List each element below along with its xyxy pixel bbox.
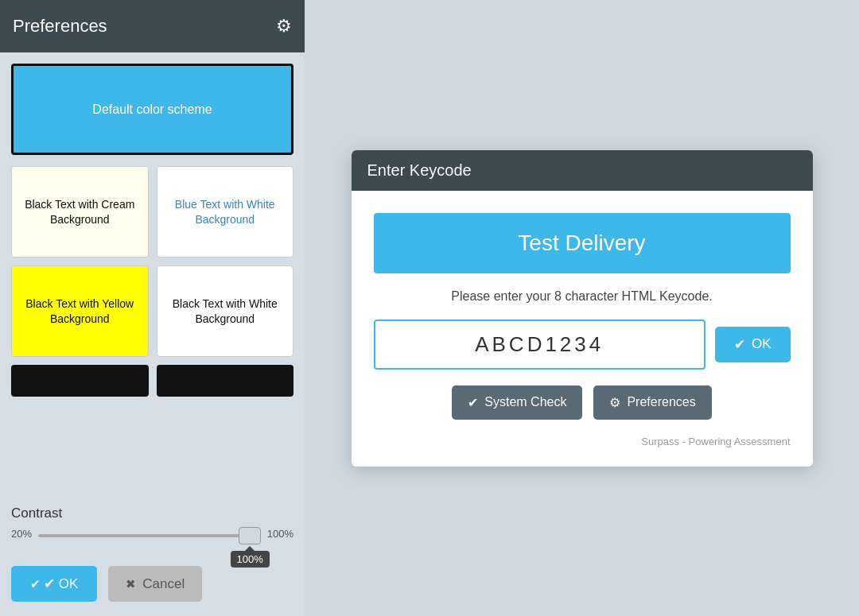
scheme-card-cream[interactable]: Black Text with Cream Background: [11, 166, 149, 258]
ok-label: ✔ OK: [44, 575, 78, 592]
contrast-label: Contrast: [11, 506, 293, 521]
scheme-label-yellow: Black Text with Yellow Background: [20, 296, 140, 325]
system-check-label: System Check: [484, 395, 566, 409]
cancel-label: Cancel: [142, 576, 185, 592]
modal-body: Test Delivery Please enter your 8 charac…: [352, 191, 813, 467]
scheme-label-white: Black Text with White Background: [165, 296, 286, 325]
contrast-section: Contrast 20% 100% 100%: [0, 506, 305, 552]
panel-content: Default color scheme Black Text with Cre…: [0, 52, 305, 506]
modal-overlay: Enter Keycode Test Delivery Please enter…: [305, 0, 859, 616]
ok-button[interactable]: ✔ ✔ OK: [11, 566, 97, 602]
modal-header: Enter Keycode: [352, 150, 813, 191]
preferences-button[interactable]: ⚙ Preferences: [593, 385, 711, 420]
black-bar-row: [11, 365, 293, 397]
cancel-button[interactable]: ✖ Cancel: [108, 566, 202, 602]
slider-wrapper: 100%: [38, 526, 261, 540]
ok-check-icon: ✔: [30, 577, 41, 591]
panel-footer: ✔ ✔ OK ✖ Cancel: [0, 552, 305, 616]
scheme-label-blue-white: Blue Text with White Background: [165, 197, 286, 226]
preferences-gear-icon: ⚙: [609, 395, 620, 410]
contrast-min: 20%: [11, 528, 32, 540]
modal-title-banner: Test Delivery: [374, 213, 791, 273]
gear-icon[interactable]: ⚙: [276, 16, 292, 37]
scheme-card-white[interactable]: Black Text with White Background: [157, 265, 294, 357]
scheme-card-yellow[interactable]: Black Text with Yellow Background: [11, 265, 149, 357]
default-color-scheme-card[interactable]: Default color scheme: [11, 64, 293, 155]
contrast-slider[interactable]: [38, 534, 261, 537]
contrast-row: 20% 100% 100%: [11, 526, 293, 540]
powered-by: Surpass - Powering Assessment: [374, 436, 791, 451]
system-check-button[interactable]: ✔ System Check: [452, 385, 582, 420]
scheme-grid: Black Text with Cream Background Blue Te…: [11, 166, 293, 357]
scheme-card-blue-white[interactable]: Blue Text with White Background: [157, 166, 294, 258]
modal-instruction: Please enter your 8 character HTML Keyco…: [451, 289, 712, 304]
preferences-label: Preferences: [627, 395, 695, 409]
panel-header: Preferences ⚙: [0, 0, 305, 52]
contrast-max: 100%: [267, 528, 293, 540]
enter-keycode-modal: Enter Keycode Test Delivery Please enter…: [352, 150, 813, 467]
modal-ok-check-icon: ✔: [734, 336, 745, 353]
keycode-input[interactable]: [374, 320, 705, 370]
preferences-panel: Preferences ⚙ Default color scheme Black…: [0, 0, 305, 616]
panel-title: Preferences: [13, 16, 107, 37]
scheme-label-cream: Black Text with Cream Background: [20, 197, 140, 226]
black-bar-right[interactable]: [157, 365, 294, 397]
modal-ok-label: OK: [752, 336, 772, 352]
system-check-icon: ✔: [468, 395, 478, 410]
cancel-x-icon: ✖: [126, 577, 136, 591]
modal-footer-row: ✔ System Check ⚙ Preferences: [374, 385, 791, 420]
default-card-label: Default color scheme: [92, 103, 212, 117]
modal-header-title: Enter Keycode: [367, 161, 472, 179]
modal-ok-button[interactable]: ✔ OK: [715, 327, 791, 362]
black-bar-left[interactable]: [11, 365, 149, 397]
